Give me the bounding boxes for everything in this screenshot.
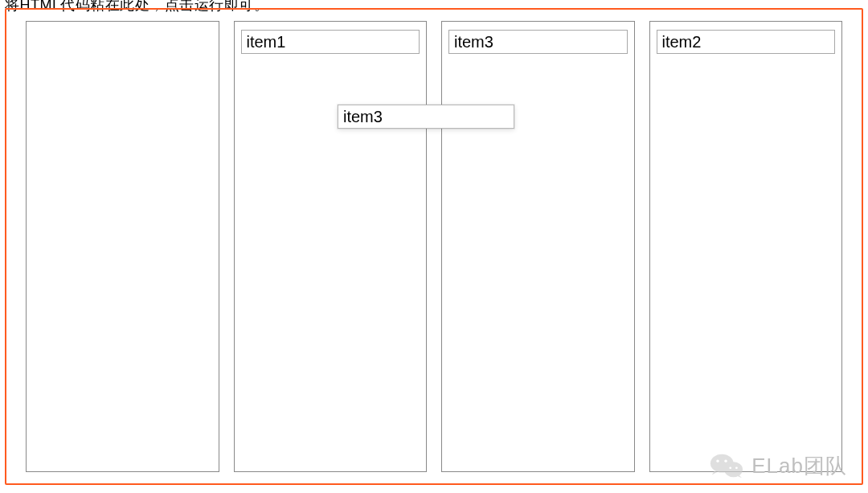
drop-column-3[interactable]: item3 <box>441 21 635 472</box>
drop-column-2[interactable]: item1 <box>234 21 428 472</box>
drag-ghost-item[interactable]: item3 <box>338 105 514 129</box>
draggable-item[interactable]: item2 <box>657 30 836 54</box>
draggable-item[interactable]: item3 <box>448 30 628 54</box>
drop-column-4[interactable]: item2 <box>649 21 843 472</box>
drag-drop-container: item1 item3 item2 <box>5 8 863 485</box>
draggable-item[interactable]: item1 <box>241 30 420 54</box>
drop-column-1[interactable] <box>26 21 219 472</box>
